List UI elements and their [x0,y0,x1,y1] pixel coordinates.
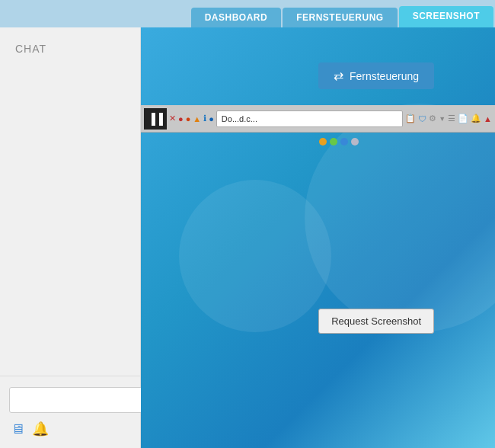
copy-icon[interactable]: 📋 [405,114,416,123]
browser-toolbar: ▐▐ ✕ ● ● ▲ ℹ ● Do...d.c... 📋 🛡 ⚙ ▼ ☰ 📄 🔔… [141,105,495,133]
dot-blue [340,138,348,146]
shield-icon: 🛡 [418,114,426,123]
dot-green [330,138,337,146]
tab-screenshot[interactable]: SCREENSHOT [399,6,493,27]
page-icon[interactable]: 📄 [458,114,468,123]
close-x-icon[interactable]: ✕ [169,114,176,123]
dot-grey [351,138,359,146]
alert-triangle-icon: ▲ [193,114,201,123]
sidebar: CHAT Send 🖥 🔔 [0,27,141,448]
address-bar[interactable]: Do...d.c... [216,110,403,127]
main-content: CHAT Send 🖥 🔔 ⇄ Fernsteuerung ▐▐ [0,27,495,448]
toolbar-squares-icon: ▐▐ [148,113,163,125]
toolbar-black-box: ▐▐ [144,108,167,130]
arrow-icon: ⇄ [334,69,343,83]
warning-circle-icon: ● [186,114,191,123]
up-arrow-icon: ▲ [484,114,492,123]
chat-label: CHAT [0,27,140,55]
chat-input-row: Send [6,382,134,418]
sidebar-icons-row: 🖥 🔔 [6,418,134,442]
tab-fernsteuerung[interactable]: FERNSTEUERUNG [283,8,398,27]
settings-icon[interactable]: ⚙ [429,114,436,123]
error-circle-icon: ● [178,114,184,123]
fernsteuerung-button[interactable]: ⇄ Fernsteuerung [318,62,434,89]
dropdown-arrow-icon[interactable]: ▼ [439,115,446,123]
remote-area: ⇄ Fernsteuerung ▐▐ ✕ ● ● ▲ ℹ ● Do...d.c.… [141,27,495,448]
info-circle-icon: ℹ [203,114,206,123]
top-nav: DASHBOARD FERNSTEUERUNG SCREENSHOT [0,0,495,27]
bell-toolbar-icon[interactable]: 🔔 [471,114,481,123]
tab-dashboard[interactable]: DASHBOARD [191,8,282,27]
screen-share-icon[interactable]: 🖥 [11,421,24,437]
address-text: Do...d.c... [222,114,257,123]
dot-orange [319,138,327,146]
fernsteuerung-label: Fernsteuerung [350,70,419,82]
toolbar-dots [319,138,359,146]
sidebar-bottom: Send 🖥 🔔 [0,376,140,448]
info2-icon: ● [209,114,214,123]
list-icon[interactable]: ☰ [448,114,455,123]
bg-circle-2 [179,180,331,332]
chat-input[interactable] [9,387,151,413]
request-screenshot-button[interactable]: Request Screenshot [318,309,434,334]
bell-icon[interactable]: 🔔 [32,421,49,437]
